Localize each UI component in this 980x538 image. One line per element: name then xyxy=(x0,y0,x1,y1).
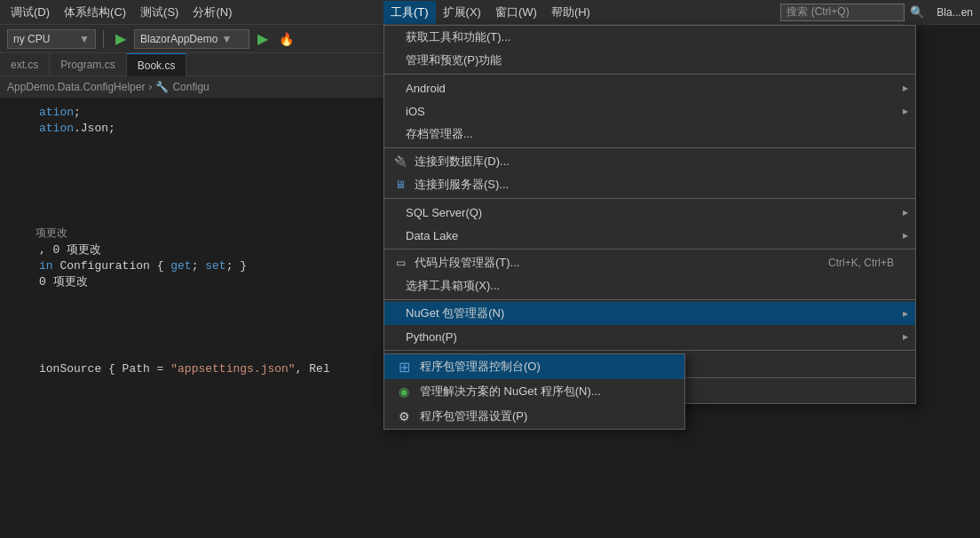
tab-book[interactable]: Book.cs xyxy=(127,53,187,76)
connect-db-icon: 🔌 xyxy=(391,155,409,168)
cpu-label: ny CPU xyxy=(13,33,50,45)
breadcrumb-icon: 🔧 xyxy=(155,81,169,93)
menu-sep-3 xyxy=(384,198,915,199)
app-selector[interactable]: BlazorAppDemo ▼ xyxy=(134,29,249,49)
breadcrumb-class: AppDemo.Data.ConfigHelper xyxy=(7,81,145,93)
menu-archive[interactable]: 存档管理器... xyxy=(384,123,915,146)
menu-sql-server-label: SQL Server(Q) xyxy=(406,206,482,219)
menu-manage-preview[interactable]: 管理和预览(P)功能 xyxy=(384,49,915,72)
connect-server-icon: 🖥 xyxy=(391,178,409,191)
menu-analyze[interactable]: 分析(N) xyxy=(186,1,239,24)
menu-connect-db[interactable]: 🔌 连接到数据库(D)... xyxy=(384,150,915,173)
code-line: ionSource { Path = "appsettings.json", R… xyxy=(0,361,383,377)
snippet-icon: ▭ xyxy=(391,257,409,269)
app-label: BlazorAppDemo xyxy=(140,33,217,45)
menu-sep-4 xyxy=(384,249,915,249)
menu-android[interactable]: Android xyxy=(384,76,915,99)
menu-get-tools[interactable]: 获取工具和功能(T)... xyxy=(384,26,915,49)
menu-nuget[interactable]: NuGet 包管理器(N) xyxy=(384,302,915,325)
menu-toolbox[interactable]: 选择工具箱项(X)... xyxy=(384,274,915,297)
bla-text: Bla...en xyxy=(929,6,980,19)
menu-connect-db-label: 连接到数据库(D)... xyxy=(415,154,510,170)
run-app-button[interactable]: ▶ xyxy=(253,29,273,49)
search-box[interactable]: 搜索 (Ctrl+Q) xyxy=(780,4,905,21)
change-section: 项更改 xyxy=(0,222,383,242)
cpu-dropdown-icon: ▼ xyxy=(79,33,90,45)
hot-reload-button[interactable]: 🔥 xyxy=(276,29,296,49)
editor-tabs: ext.cs Program.cs Book.cs xyxy=(0,53,383,76)
nuget-solution-icon: ◉ xyxy=(395,383,413,400)
code-line: ation; xyxy=(0,105,383,121)
code-area: ation; ation.Json; 项更改 , 0 项更改 in Config… xyxy=(0,98,383,382)
menu-manage-preview-label: 管理和预览(P)功能 xyxy=(406,52,502,68)
code-line xyxy=(0,137,383,153)
menu-tools[interactable]: 工具(T) xyxy=(383,1,436,24)
menu-connect-server-label: 连接到服务器(S)... xyxy=(415,177,509,193)
nuget-manage-solution-label: 管理解决方案的 NuGet 程序包(N)... xyxy=(420,384,601,400)
menu-python[interactable]: Python(P) xyxy=(384,325,915,348)
menu-bar: 调试(D) 体系结构(C) 测试(S) 分析(N) xyxy=(0,0,383,25)
search-placeholder: 搜索 (Ctrl+Q) xyxy=(786,4,849,20)
nuget-settings[interactable]: ⚙ 程序包管理器设置(P) xyxy=(384,404,684,429)
toolbar-separator xyxy=(103,30,104,48)
breadcrumb-sep: › xyxy=(148,81,152,93)
code-line xyxy=(0,153,383,169)
console-icon: ⊞ xyxy=(395,358,413,376)
nuget-console[interactable]: ⊞ 程序包管理器控制台(O) xyxy=(384,354,684,379)
breadcrumb-method: Configu xyxy=(172,81,209,93)
menu-debug[interactable]: 调试(D) xyxy=(4,1,57,24)
menu-extensions[interactable]: 扩展(X) xyxy=(436,1,488,24)
menu-sep-1 xyxy=(384,74,915,75)
nuget-console-label: 程序包管理器控制台(O) xyxy=(420,359,541,375)
menu-test[interactable]: 测试(S) xyxy=(133,1,186,24)
app-dropdown-icon: ▼ xyxy=(221,33,232,45)
breadcrumb: AppDemo.Data.ConfigHelper › 🔧 Configu xyxy=(0,76,383,98)
menu-sep-2 xyxy=(384,147,915,148)
toolbar: ny CPU ▼ ▶ BlazorAppDemo ▼ ▶ 🔥 xyxy=(0,25,383,53)
menu-sep-6 xyxy=(384,350,915,351)
menu-ios[interactable]: iOS xyxy=(384,99,915,123)
menu-snippet-manager[interactable]: ▭ 代码片段管理器(T)... Ctrl+K, Ctrl+B xyxy=(384,251,915,274)
gear-icon: ⚙ xyxy=(395,407,413,425)
snippet-shortcut: Ctrl+K, Ctrl+B xyxy=(828,257,894,269)
code-line: , 0 项更改 xyxy=(0,242,383,258)
menu-python-label: Python(P) xyxy=(406,330,457,344)
menu-nuget-label: NuGet 包管理器(N) xyxy=(406,305,504,321)
menu-snippet-label: 代码片段管理器(T)... xyxy=(415,255,519,271)
nuget-settings-label: 程序包管理器设置(P) xyxy=(420,408,527,424)
menu-android-label: Android xyxy=(406,82,446,95)
menu-ios-label: iOS xyxy=(406,105,425,118)
menu-connect-server[interactable]: 🖥 连接到服务器(S)... xyxy=(384,173,915,196)
nuget-submenu: ⊞ 程序包管理器控制台(O) ◉ 管理解决方案的 NuGet 程序包(N)...… xyxy=(383,353,685,430)
cpu-selector[interactable]: ny CPU ▼ xyxy=(7,29,96,49)
menu-get-tools-label: 获取工具和功能(T)... xyxy=(406,29,510,45)
code-editor: 调试(D) 体系结构(C) 测试(S) 分析(N) ny CPU ▼ ▶ Bla… xyxy=(0,0,383,538)
menu-arch[interactable]: 体系结构(C) xyxy=(57,1,133,24)
menu-help[interactable]: 帮助(H) xyxy=(544,1,597,24)
search-icon-button[interactable]: 🔍 xyxy=(905,0,929,25)
menu-sep-5 xyxy=(384,299,915,300)
tab-program[interactable]: Program.cs xyxy=(50,53,126,76)
code-line: 0 项更改 xyxy=(0,274,383,290)
menu-archive-label: 存档管理器... xyxy=(406,126,473,142)
tools-dropdown: 获取工具和功能(T)... 管理和预览(P)功能 Android iOS 存档管… xyxy=(383,25,916,404)
nuget-manage-solution[interactable]: ◉ 管理解决方案的 NuGet 程序包(N)... xyxy=(384,379,684,404)
menu-sql-server[interactable]: SQL Server(Q) xyxy=(384,201,915,224)
tab-ext[interactable]: ext.cs xyxy=(0,53,50,76)
code-line: in Configuration { get; set; } xyxy=(0,258,383,274)
menu-bar-right: 工具(T) 扩展(X) 窗口(W) 帮助(H) 搜索 (Ctrl+Q) 🔍 Bl… xyxy=(383,0,980,25)
menu-data-lake[interactable]: Data Lake xyxy=(384,224,915,247)
menu-toolbox-label: 选择工具箱项(X)... xyxy=(406,278,500,294)
menu-window[interactable]: 窗口(W) xyxy=(488,1,544,24)
run-button[interactable]: ▶ xyxy=(111,29,130,49)
menu-data-lake-label: Data Lake xyxy=(406,229,458,242)
code-line: ation.Json; xyxy=(0,121,383,137)
